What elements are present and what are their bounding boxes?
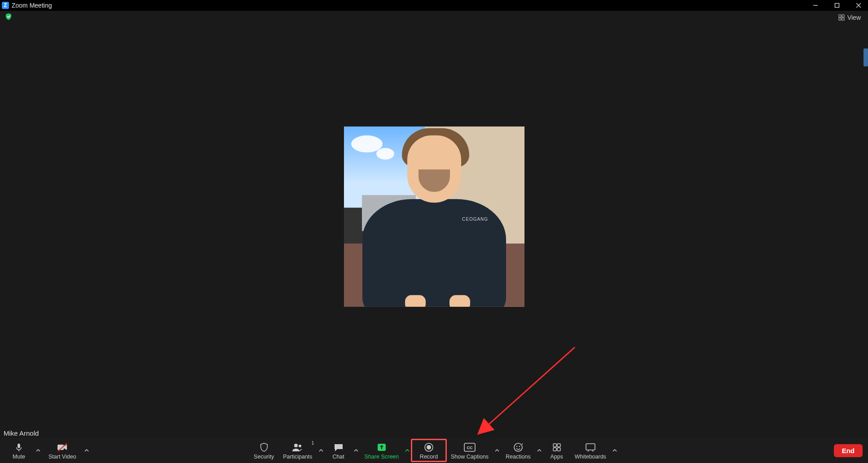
svg-rect-25	[557, 444, 560, 447]
mute-options-caret[interactable]	[34, 439, 42, 462]
chat-button[interactable]: Chat	[325, 439, 352, 462]
window-titlebar: Z Zoom Meeting	[0, 0, 868, 11]
security-label: Security	[254, 454, 274, 460]
view-button[interactable]: View	[838, 14, 861, 21]
video-off-icon	[57, 442, 68, 453]
participants-icon	[291, 442, 304, 453]
record-icon	[424, 442, 434, 453]
view-label: View	[847, 14, 861, 21]
chat-options-caret[interactable]	[352, 439, 360, 462]
window-close-button[interactable]	[852, 1, 865, 10]
svg-line-8	[487, 347, 575, 426]
grid-icon	[838, 14, 845, 21]
svg-text:+: +	[521, 442, 523, 446]
window-title: Zoom Meeting	[12, 2, 52, 9]
apps-icon	[552, 442, 562, 453]
show-captions-button[interactable]: CC Show Captions	[446, 439, 493, 462]
svg-rect-5	[842, 15, 844, 17]
record-button[interactable]: Record	[411, 439, 446, 462]
whiteboards-label: Whiteboards	[575, 454, 606, 460]
start-video-button[interactable]: Start Video	[44, 439, 81, 462]
reactions-button[interactable]: + Reactions	[501, 439, 535, 462]
share-screen-button[interactable]: Share Screen	[360, 439, 403, 462]
show-captions-label: Show Captions	[451, 454, 489, 460]
svg-point-17	[427, 445, 431, 450]
svg-rect-6	[839, 18, 841, 20]
participant-photo: CEOGANG	[344, 127, 524, 307]
meeting-controlbar: Mute Start Video Security 1 Participants	[0, 438, 868, 463]
apps-button[interactable]: Apps	[543, 439, 570, 462]
security-button[interactable]: Security	[249, 439, 278, 462]
window-minimize-button[interactable]	[809, 1, 822, 10]
captions-icon: CC	[464, 442, 476, 453]
svg-rect-26	[553, 448, 556, 451]
record-label: Record	[420, 454, 438, 460]
meeting-stage: CEOGANG Mike Arnold	[0, 24, 868, 438]
participant-name-label: Mike Arnold	[2, 428, 40, 438]
svg-rect-7	[842, 18, 844, 20]
end-meeting-button[interactable]: End	[834, 444, 863, 457]
share-screen-label: Share Screen	[365, 454, 399, 460]
participants-label: Participants	[283, 454, 312, 460]
zoom-app-icon: Z	[2, 2, 9, 9]
svg-rect-4	[839, 15, 841, 17]
captions-options-caret[interactable]	[493, 439, 501, 462]
svg-point-14	[299, 445, 301, 447]
scrollbar[interactable]	[864, 48, 868, 66]
shield-icon	[259, 442, 269, 453]
participants-button[interactable]: 1 Participants	[278, 439, 317, 462]
start-video-label: Start Video	[48, 454, 76, 460]
window-maximize-button[interactable]	[830, 1, 844, 10]
svg-rect-9	[18, 444, 20, 448]
participants-options-caret[interactable]	[317, 439, 325, 462]
share-screen-options-caret[interactable]	[403, 439, 411, 462]
reactions-label: Reactions	[506, 454, 531, 460]
svg-rect-24	[553, 444, 556, 447]
svg-rect-28	[586, 444, 595, 450]
chat-label: Chat	[332, 454, 344, 460]
svg-point-21	[516, 446, 517, 447]
svg-rect-27	[557, 448, 560, 451]
svg-text:CC: CC	[467, 446, 473, 450]
reactions-options-caret[interactable]	[535, 439, 543, 462]
apps-label: Apps	[550, 454, 563, 460]
shirt-text: CEOGANG	[462, 217, 488, 222]
svg-rect-1	[835, 4, 839, 8]
share-screen-icon	[377, 442, 387, 453]
video-options-caret[interactable]	[83, 439, 91, 462]
chat-icon	[333, 442, 344, 453]
whiteboards-button[interactable]: Whiteboards	[570, 439, 611, 462]
svg-point-13	[294, 444, 298, 447]
smiley-icon: +	[513, 442, 523, 453]
whiteboards-options-caret[interactable]	[611, 439, 619, 462]
mute-label: Mute	[13, 454, 25, 460]
encryption-shield-icon[interactable]	[4, 13, 13, 22]
microphone-icon	[14, 442, 24, 453]
meeting-subbar: View	[0, 11, 868, 24]
participant-video-tile[interactable]: CEOGANG	[344, 127, 524, 307]
whiteboard-icon	[585, 442, 596, 453]
mute-button[interactable]: Mute	[5, 439, 32, 462]
svg-point-22	[519, 446, 520, 447]
participants-count: 1	[311, 440, 314, 446]
